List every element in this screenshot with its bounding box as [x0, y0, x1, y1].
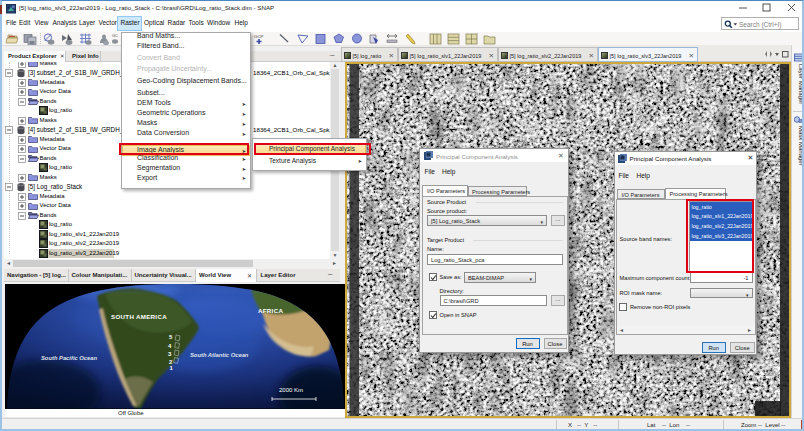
svg-text:GCP: GCP [254, 33, 264, 38]
svg-text:South Atlantic Ocean: South Atlantic Ocean [190, 352, 249, 358]
svg-text:2000 Km: 2000 Km [279, 387, 303, 393]
svg-text:AFRICA: AFRICA [258, 307, 283, 314]
svg-text:GC: GC [112, 33, 118, 38]
svg-text:SOUTH AMERICA: SOUTH AMERICA [111, 313, 167, 320]
svg-text:South Pacific Ocean: South Pacific Ocean [41, 355, 98, 361]
